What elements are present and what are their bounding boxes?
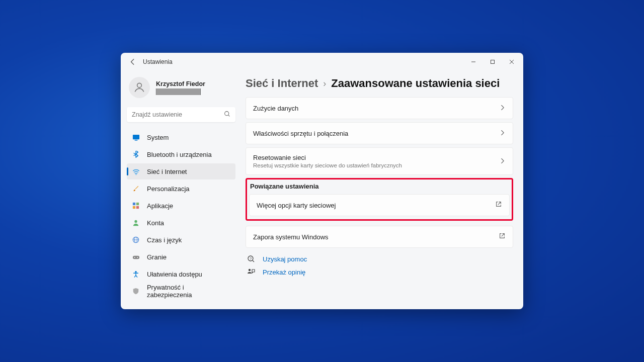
external-link-icon <box>499 232 506 241</box>
svg-rect-6 <box>134 140 137 140</box>
card-more-adapter-options[interactable]: Więcej opcji karty sieciowej <box>249 194 510 216</box>
profile-name: Krzysztof Fiedor <box>156 80 205 87</box>
minimize-button[interactable] <box>464 55 483 69</box>
person-icon <box>132 219 140 227</box>
close-button[interactable] <box>502 55 521 69</box>
gamepad-icon <box>132 253 140 261</box>
svg-point-12 <box>134 220 137 223</box>
svg-rect-1 <box>491 60 495 64</box>
section-title-related: Powiązane ustawienia <box>250 183 510 190</box>
sidebar-item-label: Granie <box>147 253 167 261</box>
titlebar: Ustawienia <box>121 53 523 71</box>
svg-rect-9 <box>136 203 139 205</box>
give-feedback-link[interactable]: Przekaż opinię <box>263 268 305 276</box>
wifi-icon <box>132 167 140 175</box>
card-data-usage[interactable]: Zużycie danych <box>246 97 513 119</box>
sidebar-item-label: Bluetooth i urządzenia <box>147 151 212 158</box>
svg-rect-5 <box>132 134 139 139</box>
sidebar-item-apps[interactable]: Aplikacje <box>127 198 235 214</box>
footer-links: ? Uzyskaj pomoc Przekaż opinię <box>246 255 513 276</box>
chevron-right-icon <box>500 104 506 113</box>
sidebar-item-network[interactable]: Sieć i Internet <box>127 163 235 179</box>
help-icon: ? <box>247 255 256 263</box>
card-windows-firewall[interactable]: Zapora systemu Windows <box>246 226 513 248</box>
feedback-link-row: Przekaż opinię <box>247 268 513 276</box>
card-title: Resetowanie sieci <box>253 154 500 161</box>
sidebar: Krzysztof Fiedor System <box>121 71 242 309</box>
search <box>127 107 235 122</box>
svg-point-7 <box>135 174 136 175</box>
brush-icon <box>132 185 140 193</box>
apps-icon <box>132 202 140 210</box>
sidebar-item-label: Prywatność i zabezpieczenia <box>147 284 230 299</box>
sidebar-item-accounts[interactable]: Konta <box>127 215 235 231</box>
chevron-right-icon: › <box>323 78 326 89</box>
card-title: Właściwości sprzętu i połączenia <box>253 130 500 137</box>
globe-icon <box>132 236 140 244</box>
card-title: Zużycie danych <box>253 105 500 112</box>
profile-info: Krzysztof Fiedor <box>156 80 205 95</box>
settings-window: Ustawienia Krzysztof Fiedor <box>121 53 523 309</box>
nav: System Bluetooth i urządzenia Sieć i Int… <box>127 129 235 299</box>
card-title: Zapora systemu Windows <box>253 233 499 241</box>
profile-email-redacted <box>156 88 201 95</box>
maximize-button[interactable] <box>483 55 502 69</box>
sidebar-item-label: Personalizacja <box>147 185 190 193</box>
get-help-link[interactable]: Uzyskaj pomoc <box>263 255 307 263</box>
feedback-icon <box>247 268 256 276</box>
sidebar-item-system[interactable]: System <box>127 129 235 145</box>
svg-point-19 <box>135 271 137 273</box>
sidebar-item-label: Sieć i Internet <box>147 168 187 175</box>
sidebar-item-privacy[interactable]: Prywatność i zabezpieczenia <box>127 283 235 299</box>
svg-point-2 <box>137 83 142 87</box>
sidebar-item-gaming[interactable]: Granie <box>127 249 235 265</box>
window-title: Ustawienia <box>143 58 173 65</box>
accessibility-icon <box>132 270 140 278</box>
card-subtitle: Resetuj wszystkie karty sieciowe do usta… <box>253 162 500 168</box>
sidebar-item-label: Konta <box>147 219 164 227</box>
bluetooth-icon <box>132 150 140 158</box>
sidebar-item-personalization[interactable]: Personalizacja <box>127 180 235 197</box>
display-icon <box>132 133 140 141</box>
breadcrumb-parent[interactable]: Sieć i Internet <box>246 77 318 90</box>
sidebar-item-label: Czas i język <box>147 236 182 244</box>
sidebar-item-time-language[interactable]: Czas i język <box>127 232 235 248</box>
svg-point-17 <box>134 257 135 258</box>
svg-text:?: ? <box>250 256 252 261</box>
search-input[interactable] <box>127 107 235 122</box>
card-title: Więcej opcji karty sieciowej <box>257 202 495 209</box>
breadcrumb-current: Zaawansowane ustawienia sieci <box>331 77 500 90</box>
card-network-reset[interactable]: Resetowanie sieci Resetuj wszystkie kart… <box>246 147 513 175</box>
shield-icon <box>132 287 140 295</box>
window-controls <box>464 55 521 69</box>
content: Krzysztof Fiedor System <box>121 71 523 309</box>
sidebar-item-label: System <box>147 134 169 141</box>
avatar <box>129 77 150 98</box>
svg-point-23 <box>249 269 251 271</box>
sidebar-item-accessibility[interactable]: Ułatwienia dostępu <box>127 266 235 282</box>
chevron-right-icon <box>500 129 506 138</box>
svg-point-18 <box>137 257 138 258</box>
card-hardware-props[interactable]: Właściwości sprzętu i połączenia <box>246 122 513 144</box>
svg-line-22 <box>253 260 254 262</box>
breadcrumb: Sieć i Internet › Zaawansowane ustawieni… <box>246 77 513 90</box>
help-link-row: ? Uzyskaj pomoc <box>247 255 513 263</box>
main-panel: Sieć i Internet › Zaawansowane ustawieni… <box>242 71 523 309</box>
back-button[interactable] <box>127 56 139 68</box>
svg-rect-16 <box>132 255 139 259</box>
profile[interactable]: Krzysztof Fiedor <box>127 75 235 104</box>
sidebar-item-bluetooth[interactable]: Bluetooth i urządzenia <box>127 146 235 162</box>
svg-rect-8 <box>133 203 135 205</box>
chevron-right-icon <box>500 157 506 166</box>
sidebar-item-label: Ułatwienia dostępu <box>147 270 202 278</box>
highlight-annotation: Powiązane ustawienia Więcej opcji karty … <box>246 178 513 221</box>
svg-rect-10 <box>133 206 135 209</box>
sidebar-item-label: Aplikacje <box>147 202 173 210</box>
external-link-icon <box>495 201 502 210</box>
svg-rect-11 <box>136 206 139 209</box>
